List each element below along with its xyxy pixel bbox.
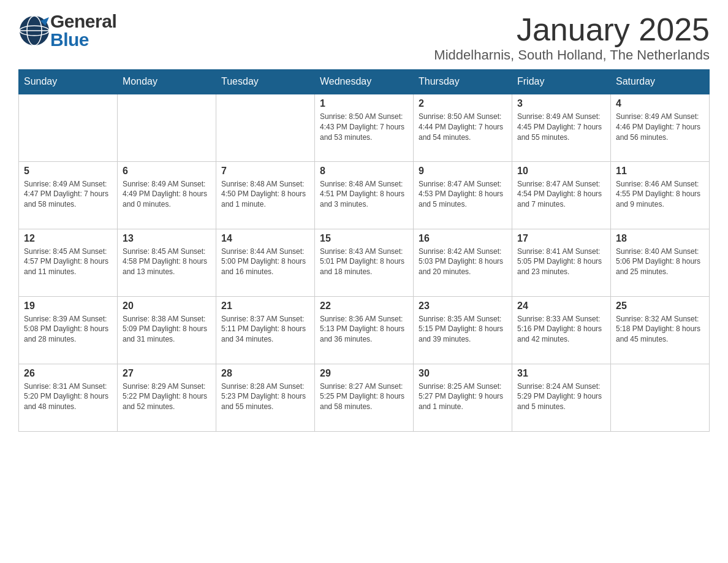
calendar-cell xyxy=(118,94,216,161)
calendar-cell: 9Sunrise: 8:47 AM Sunset: 4:53 PM Daylig… xyxy=(414,161,512,229)
day-info: Sunrise: 8:45 AM Sunset: 4:58 PM Dayligh… xyxy=(123,247,211,277)
calendar-cell: 31Sunrise: 8:24 AM Sunset: 5:29 PM Dayli… xyxy=(512,364,611,431)
logo-icon xyxy=(18,15,50,47)
day-number: 16 xyxy=(419,233,507,244)
calendar-cell: 11Sunrise: 8:46 AM Sunset: 4:55 PM Dayli… xyxy=(611,161,710,229)
calendar-week-row: 26Sunrise: 8:31 AM Sunset: 5:20 PM Dayli… xyxy=(19,364,710,431)
calendar-cell: 15Sunrise: 8:43 AM Sunset: 5:01 PM Dayli… xyxy=(315,229,414,296)
day-info: Sunrise: 8:35 AM Sunset: 5:15 PM Dayligh… xyxy=(419,314,507,345)
day-number: 10 xyxy=(517,166,605,177)
title-area: January 2025 Middelharnis, South Holland… xyxy=(434,12,710,63)
calendar-cell: 4Sunrise: 8:49 AM Sunset: 4:46 PM Daylig… xyxy=(611,94,710,161)
day-info: Sunrise: 8:46 AM Sunset: 4:55 PM Dayligh… xyxy=(616,179,704,210)
day-info: Sunrise: 8:48 AM Sunset: 4:50 PM Dayligh… xyxy=(221,179,309,210)
day-info: Sunrise: 8:47 AM Sunset: 4:54 PM Dayligh… xyxy=(517,179,605,210)
calendar-cell xyxy=(216,94,315,161)
day-info: Sunrise: 8:36 AM Sunset: 5:13 PM Dayligh… xyxy=(320,314,408,345)
calendar-cell: 28Sunrise: 8:28 AM Sunset: 5:23 PM Dayli… xyxy=(216,364,315,431)
day-number: 14 xyxy=(221,233,309,244)
day-number: 2 xyxy=(419,98,507,109)
calendar-week-row: 12Sunrise: 8:45 AM Sunset: 4:57 PM Dayli… xyxy=(19,229,710,296)
calendar-cell: 20Sunrise: 8:38 AM Sunset: 5:09 PM Dayli… xyxy=(118,296,216,364)
day-number: 29 xyxy=(320,368,408,379)
day-number: 11 xyxy=(616,166,704,177)
day-info: Sunrise: 8:45 AM Sunset: 4:57 PM Dayligh… xyxy=(24,247,112,277)
day-info: Sunrise: 8:41 AM Sunset: 5:05 PM Dayligh… xyxy=(517,247,605,277)
calendar-week-row: 19Sunrise: 8:39 AM Sunset: 5:08 PM Dayli… xyxy=(19,296,710,364)
day-number: 18 xyxy=(616,233,704,244)
day-number: 31 xyxy=(517,368,605,379)
calendar-cell: 8Sunrise: 8:48 AM Sunset: 4:51 PM Daylig… xyxy=(315,161,414,229)
calendar-cell: 21Sunrise: 8:37 AM Sunset: 5:11 PM Dayli… xyxy=(216,296,315,364)
day-info: Sunrise: 8:50 AM Sunset: 4:44 PM Dayligh… xyxy=(419,112,507,142)
day-number: 12 xyxy=(24,233,112,244)
calendar-week-row: 1Sunrise: 8:50 AM Sunset: 4:43 PM Daylig… xyxy=(19,94,710,161)
day-info: Sunrise: 8:32 AM Sunset: 5:18 PM Dayligh… xyxy=(616,314,704,345)
day-number: 28 xyxy=(221,368,309,379)
day-number: 19 xyxy=(24,301,112,312)
day-number: 4 xyxy=(616,98,704,109)
calendar-cell: 13Sunrise: 8:45 AM Sunset: 4:58 PM Dayli… xyxy=(118,229,216,296)
calendar-header: SundayMondayTuesdayWednesdayThursdayFrid… xyxy=(19,70,710,94)
page-header: General Blue January 2025 Middelharnis, … xyxy=(18,12,710,63)
calendar-cell: 27Sunrise: 8:29 AM Sunset: 5:22 PM Dayli… xyxy=(118,364,216,431)
calendar-cell: 18Sunrise: 8:40 AM Sunset: 5:06 PM Dayli… xyxy=(611,229,710,296)
day-info: Sunrise: 8:47 AM Sunset: 4:53 PM Dayligh… xyxy=(419,179,507,210)
day-info: Sunrise: 8:50 AM Sunset: 4:43 PM Dayligh… xyxy=(320,112,408,142)
day-number: 22 xyxy=(320,301,408,312)
day-of-week-header: Sunday xyxy=(19,70,118,94)
calendar-cell: 22Sunrise: 8:36 AM Sunset: 5:13 PM Dayli… xyxy=(315,296,414,364)
days-of-week-row: SundayMondayTuesdayWednesdayThursdayFrid… xyxy=(19,70,710,94)
day-number: 6 xyxy=(123,166,211,177)
day-number: 21 xyxy=(221,301,309,312)
calendar-cell: 2Sunrise: 8:50 AM Sunset: 4:44 PM Daylig… xyxy=(414,94,512,161)
day-info: Sunrise: 8:37 AM Sunset: 5:11 PM Dayligh… xyxy=(221,314,309,345)
calendar-cell: 5Sunrise: 8:49 AM Sunset: 4:47 PM Daylig… xyxy=(19,161,118,229)
month-title: January 2025 xyxy=(434,12,710,47)
day-of-week-header: Monday xyxy=(118,70,216,94)
day-of-week-header: Friday xyxy=(512,70,611,94)
calendar-cell: 29Sunrise: 8:27 AM Sunset: 5:25 PM Dayli… xyxy=(315,364,414,431)
day-info: Sunrise: 8:33 AM Sunset: 5:16 PM Dayligh… xyxy=(517,314,605,345)
day-info: Sunrise: 8:24 AM Sunset: 5:29 PM Dayligh… xyxy=(517,381,605,412)
day-info: Sunrise: 8:28 AM Sunset: 5:23 PM Dayligh… xyxy=(221,381,309,412)
logo: General Blue xyxy=(18,12,116,49)
calendar-cell: 17Sunrise: 8:41 AM Sunset: 5:05 PM Dayli… xyxy=(512,229,611,296)
logo-text-group: General Blue xyxy=(50,12,116,49)
day-of-week-header: Tuesday xyxy=(216,70,315,94)
day-number: 13 xyxy=(123,233,211,244)
day-number: 24 xyxy=(517,301,605,312)
logo-blue-text: Blue xyxy=(50,31,116,49)
day-info: Sunrise: 8:31 AM Sunset: 5:20 PM Dayligh… xyxy=(24,381,112,412)
day-number: 7 xyxy=(221,166,309,177)
day-number: 26 xyxy=(24,368,112,379)
day-info: Sunrise: 8:48 AM Sunset: 4:51 PM Dayligh… xyxy=(320,179,408,210)
day-info: Sunrise: 8:29 AM Sunset: 5:22 PM Dayligh… xyxy=(123,381,211,412)
day-number: 3 xyxy=(517,98,605,109)
day-info: Sunrise: 8:39 AM Sunset: 5:08 PM Dayligh… xyxy=(24,314,112,345)
day-info: Sunrise: 8:38 AM Sunset: 5:09 PM Dayligh… xyxy=(123,314,211,345)
calendar-cell: 25Sunrise: 8:32 AM Sunset: 5:18 PM Dayli… xyxy=(611,296,710,364)
day-number: 1 xyxy=(320,98,408,109)
calendar-cell: 23Sunrise: 8:35 AM Sunset: 5:15 PM Dayli… xyxy=(414,296,512,364)
calendar-cell: 24Sunrise: 8:33 AM Sunset: 5:16 PM Dayli… xyxy=(512,296,611,364)
location-title: Middelharnis, South Holland, The Netherl… xyxy=(434,47,710,63)
calendar-week-row: 5Sunrise: 8:49 AM Sunset: 4:47 PM Daylig… xyxy=(19,161,710,229)
calendar-cell: 1Sunrise: 8:50 AM Sunset: 4:43 PM Daylig… xyxy=(315,94,414,161)
calendar-table: SundayMondayTuesdayWednesdayThursdayFrid… xyxy=(18,69,710,432)
calendar-cell: 12Sunrise: 8:45 AM Sunset: 4:57 PM Dayli… xyxy=(19,229,118,296)
day-number: 17 xyxy=(517,233,605,244)
day-info: Sunrise: 8:49 AM Sunset: 4:47 PM Dayligh… xyxy=(24,179,112,210)
day-info: Sunrise: 8:49 AM Sunset: 4:45 PM Dayligh… xyxy=(517,112,605,142)
calendar-cell: 30Sunrise: 8:25 AM Sunset: 5:27 PM Dayli… xyxy=(414,364,512,431)
day-info: Sunrise: 8:44 AM Sunset: 5:00 PM Dayligh… xyxy=(221,247,309,277)
day-info: Sunrise: 8:27 AM Sunset: 5:25 PM Dayligh… xyxy=(320,381,408,412)
day-number: 27 xyxy=(123,368,211,379)
day-info: Sunrise: 8:40 AM Sunset: 5:06 PM Dayligh… xyxy=(616,247,704,277)
day-number: 8 xyxy=(320,166,408,177)
day-info: Sunrise: 8:49 AM Sunset: 4:46 PM Dayligh… xyxy=(616,112,704,142)
calendar-cell: 16Sunrise: 8:42 AM Sunset: 5:03 PM Dayli… xyxy=(414,229,512,296)
calendar-cell: 26Sunrise: 8:31 AM Sunset: 5:20 PM Dayli… xyxy=(19,364,118,431)
calendar-cell: 10Sunrise: 8:47 AM Sunset: 4:54 PM Dayli… xyxy=(512,161,611,229)
day-number: 23 xyxy=(419,301,507,312)
